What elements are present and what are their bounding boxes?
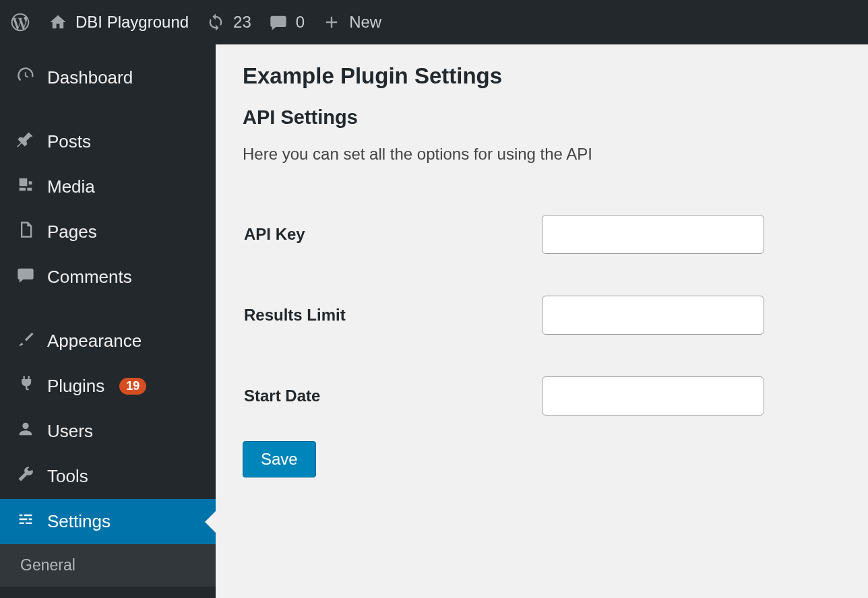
comments-link[interactable]: 0 xyxy=(269,13,305,32)
sidebar-item-posts[interactable]: Posts xyxy=(0,119,216,164)
sidebar-subitem-general[interactable]: General xyxy=(0,544,216,587)
sidebar-item-appearance[interactable]: Appearance xyxy=(0,319,216,364)
sidebar-item-label: Media xyxy=(47,176,95,197)
wordpress-icon xyxy=(9,11,31,33)
sidebar-item-label: Comments xyxy=(47,267,132,288)
sidebar-item-label: Posts xyxy=(47,131,91,152)
sidebar-item-label: Plugins xyxy=(47,376,104,397)
page-title: Example Plugin Settings xyxy=(243,63,841,89)
sidebar-item-label: Pages xyxy=(47,222,97,242)
sliders-icon xyxy=(16,510,35,533)
save-button[interactable]: Save xyxy=(243,441,316,477)
sidebar-item-label: Dashboard xyxy=(47,67,133,88)
updates-count: 23 xyxy=(233,13,251,32)
admin-sidebar: Dashboard Posts Media Pages Comments App… xyxy=(0,44,216,598)
results-limit-input[interactable] xyxy=(542,296,764,335)
settings-form-table: API Key Results Limit Start Date xyxy=(243,193,841,437)
site-name-link[interactable]: DBI Playground xyxy=(49,13,189,32)
brush-icon xyxy=(16,329,35,353)
comment-icon xyxy=(269,13,288,32)
sidebar-item-label: Appearance xyxy=(47,331,142,352)
section-title: API Settings xyxy=(243,106,841,129)
sidebar-item-settings[interactable]: Settings xyxy=(0,499,216,544)
sidebar-subitem-label: General xyxy=(20,556,75,574)
plug-icon xyxy=(16,374,35,398)
start-date-label: Start Date xyxy=(244,356,540,436)
sidebar-item-users[interactable]: Users xyxy=(0,409,216,454)
sidebar-item-dashboard[interactable]: Dashboard xyxy=(0,55,216,100)
admin-toolbar: DBI Playground 23 0 New xyxy=(0,0,868,44)
api-key-input[interactable] xyxy=(542,215,764,254)
comment-icon xyxy=(16,265,35,289)
sidebar-item-plugins[interactable]: Plugins 19 xyxy=(0,364,216,409)
content-area: Example Plugin Settings API Settings Her… xyxy=(216,44,868,598)
pin-icon xyxy=(16,130,35,154)
sidebar-item-comments[interactable]: Comments xyxy=(0,255,216,300)
wordpress-logo[interactable] xyxy=(9,11,31,33)
section-description: Here you can set all the options for usi… xyxy=(243,145,841,164)
wrench-icon xyxy=(16,465,35,488)
new-label: New xyxy=(349,13,381,32)
comments-count: 0 xyxy=(296,13,305,32)
sidebar-item-label: Settings xyxy=(47,511,111,532)
home-icon xyxy=(49,13,67,32)
user-icon xyxy=(16,420,35,443)
sidebar-item-media[interactable]: Media xyxy=(0,164,216,209)
pages-icon xyxy=(16,220,35,244)
sidebar-item-tools[interactable]: Tools xyxy=(0,454,216,499)
updates-link[interactable]: 23 xyxy=(206,13,251,32)
api-key-label: API Key xyxy=(244,195,540,274)
plugins-update-badge: 19 xyxy=(119,378,146,395)
sidebar-item-label: Users xyxy=(47,421,93,442)
results-limit-label: Results Limit xyxy=(244,275,540,355)
media-icon xyxy=(16,175,35,199)
dashboard-icon xyxy=(16,66,35,90)
refresh-icon xyxy=(206,13,225,32)
plus-icon xyxy=(322,13,341,32)
site-name-label: DBI Playground xyxy=(75,13,189,32)
new-content-link[interactable]: New xyxy=(322,13,381,32)
sidebar-item-label: Tools xyxy=(47,466,88,487)
start-date-input[interactable] xyxy=(542,376,764,416)
sidebar-item-pages[interactable]: Pages xyxy=(0,209,216,255)
